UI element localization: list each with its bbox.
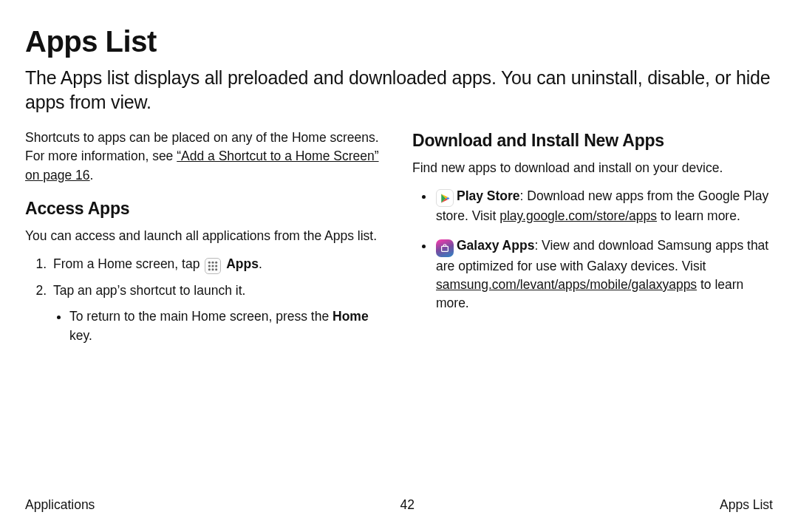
svg-point-5	[215, 265, 217, 267]
svg-point-1	[212, 262, 214, 264]
step-2-sub-home: Home	[332, 309, 369, 324]
svg-point-0	[208, 262, 211, 264]
access-steps: From a Home screen, tap Apps. Tap an app…	[25, 255, 386, 345]
svg-point-7	[212, 268, 214, 270]
step-2-sub-post: key.	[69, 328, 92, 343]
svg-point-2	[215, 262, 217, 264]
galaxy-apps-item: Galaxy Apps: View and download Samsung a…	[434, 236, 773, 313]
step-1: From a Home screen, tap Apps.	[50, 255, 386, 274]
shortcuts-paragraph: Shortcuts to apps can be placed on any o…	[25, 129, 386, 185]
play-store-label: Play Store	[457, 188, 520, 203]
left-column: Shortcuts to apps can be placed on any o…	[25, 129, 386, 352]
step-1-apps-label: Apps	[226, 256, 259, 271]
right-column: Download and Install New Apps Find new a…	[412, 129, 773, 352]
shortcuts-text-post: .	[90, 168, 94, 183]
page-title: Apps List	[25, 25, 773, 58]
step-2-sub-pre: To return to the main Home screen, press…	[69, 309, 332, 324]
play-store-link[interactable]: play.google.com/store/apps	[499, 208, 657, 223]
download-heading: Download and Install New Apps	[412, 129, 773, 153]
step-2-text: Tap an app’s shortcut to launch it.	[53, 283, 245, 298]
step-2: Tap an app’s shortcut to launch it. To r…	[50, 282, 386, 345]
footer-section: Applications	[25, 497, 95, 513]
footer-page-number: 42	[400, 497, 414, 513]
step-1-post: .	[259, 256, 262, 271]
footer-topic: Apps List	[720, 497, 773, 513]
access-apps-heading: Access Apps	[25, 197, 386, 221]
galaxy-apps-link[interactable]: samsung.com/levant/apps/mobile/galaxyapp…	[436, 277, 697, 292]
galaxy-apps-label: Galaxy Apps	[457, 238, 534, 253]
play-store-item: Play Store: Download new apps from the G…	[434, 187, 773, 226]
apps-grid-icon	[205, 258, 221, 274]
download-desc: Find new apps to download and install on…	[412, 159, 773, 177]
intro-paragraph: The Apps list displays all preloaded and…	[25, 66, 773, 114]
step-1-pre: From a Home screen, tap	[53, 256, 203, 271]
download-list: Play Store: Download new apps from the G…	[412, 187, 773, 313]
svg-point-3	[208, 265, 211, 267]
svg-point-4	[212, 265, 214, 267]
step-2-sub: To return to the main Home screen, press…	[69, 307, 386, 345]
galaxy-apps-icon	[436, 239, 454, 257]
play-store-post: to learn more.	[657, 208, 740, 223]
svg-point-6	[208, 268, 211, 270]
access-apps-desc: You can access and launch all applicatio…	[25, 227, 386, 245]
page-footer: Applications 42 Apps List	[25, 497, 773, 513]
svg-point-8	[215, 268, 217, 270]
play-store-icon	[436, 189, 454, 207]
